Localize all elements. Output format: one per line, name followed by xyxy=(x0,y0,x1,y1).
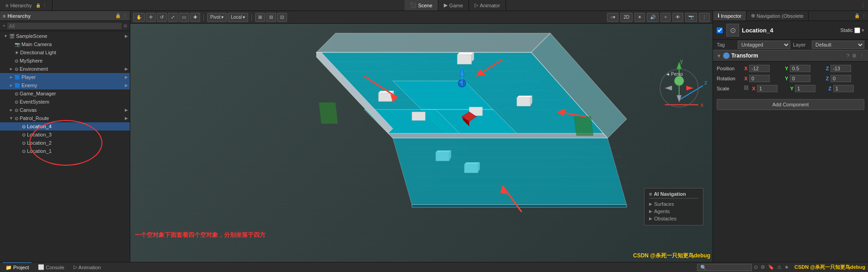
scene-more-icon[interactable]: ⋮ xyxy=(858,3,868,8)
snap-btn[interactable]: ⊟ xyxy=(266,13,276,22)
hierarchy-item-mysphere[interactable]: ⊙MySphere xyxy=(0,57,130,65)
hierarchy-item-arrow[interactable]: ▶ xyxy=(125,116,128,120)
2d-btn[interactable]: 2D xyxy=(620,13,633,22)
rotate-tool-btn[interactable]: ↺ xyxy=(157,13,167,22)
pos-z-label: Z xyxy=(825,66,830,71)
bottom-icon-2[interactable]: ⚙ xyxy=(761,264,765,270)
bottom-tab-project[interactable]: 📁 Project xyxy=(3,262,32,272)
hierarchy-options-btn[interactable]: ⋮ xyxy=(122,13,127,18)
inspector-lock-icon[interactable]: 🔒 xyxy=(854,13,860,18)
scale-z-input[interactable] xyxy=(833,85,854,92)
hierarchy-item-enemy[interactable]: ►🟦Enemy▶ xyxy=(0,81,130,89)
hierarchy-item-arrow[interactable]: ▶ xyxy=(125,75,128,79)
local-btn[interactable]: Local ▾ xyxy=(228,13,248,22)
pos-z-input[interactable] xyxy=(831,65,851,72)
hierarchy-search-input[interactable] xyxy=(7,23,122,29)
hierarchy-item-arrow[interactable]: ▶ xyxy=(125,83,128,88)
hierarchy-item-arrow[interactable]: ▶ xyxy=(125,67,128,71)
pos-y-input[interactable] xyxy=(790,65,810,72)
light-btn[interactable]: ☀ xyxy=(634,13,645,22)
rot-z-label: Z xyxy=(825,76,830,81)
hierarchy-item-canvas[interactable]: ►⊙Canvas▶ xyxy=(0,106,130,114)
fx-btn[interactable]: ✧ xyxy=(660,13,671,22)
expand-arrow-icon[interactable]: ► xyxy=(9,75,14,79)
component-help-icon[interactable]: ? xyxy=(847,53,849,59)
hierarchy-item-name: Patrol_Route xyxy=(20,115,125,121)
svg-marker-45 xyxy=(319,102,338,124)
camera-btn[interactable]: 📷 xyxy=(685,13,697,22)
ai-nav-surfaces[interactable]: ▶ Surfaces xyxy=(649,200,698,208)
pos-x-input[interactable] xyxy=(749,65,770,72)
expand-arrow-icon[interactable]: ► xyxy=(9,108,14,112)
tab-game[interactable]: ▶ Game xyxy=(438,0,469,10)
hierarchy-item-gamemanager[interactable]: ⊙Game_Manager xyxy=(0,89,130,98)
grid-btn[interactable]: ⊞ xyxy=(255,13,265,22)
layer-select[interactable]: Default xyxy=(812,41,864,49)
scale-tool-btn[interactable]: ⤢ xyxy=(168,13,178,22)
multi-tool-btn[interactable]: ✚ xyxy=(190,13,200,22)
rot-x-field: X xyxy=(744,75,783,82)
static-checkbox[interactable] xyxy=(854,27,860,33)
tab-scene[interactable]: ⬛ Scene xyxy=(405,0,438,10)
hierarchy-item-environment[interactable]: ►⊙Environment▶ xyxy=(0,65,130,73)
bottom-tab-animation[interactable]: ▷ Animation xyxy=(71,262,104,272)
ai-nav-agents[interactable]: ▶ Agents xyxy=(649,208,698,215)
hierarchy-item-player[interactable]: ►🟦Player▶ xyxy=(0,73,130,81)
pivot-btn[interactable]: Pivot ▾ xyxy=(207,13,227,22)
scene-viewport[interactable]: x y z ◄ Persp xyxy=(130,24,713,262)
inspector-more-icon[interactable]: ⋮ xyxy=(862,13,866,18)
hierarchy-item-patrolroute[interactable]: ▼⊙Patrol_Route▶ xyxy=(0,114,130,122)
expand-arrow-icon[interactable]: ► xyxy=(9,83,14,88)
search-btn[interactable]: ⊡ xyxy=(277,13,287,22)
ai-nav-obstacles[interactable]: ▶ Obstacles xyxy=(649,215,698,222)
hierarchy-item-location2[interactable]: ⊙Location_2 xyxy=(0,139,130,147)
tab-animator[interactable]: ▷ Animator xyxy=(469,0,506,10)
bottom-icon-3[interactable]: 🔖 xyxy=(768,264,774,270)
hand-tool-btn[interactable]: ✋ xyxy=(133,13,145,22)
component-settings-icon[interactable]: ⚙ xyxy=(852,53,857,59)
expand-arrow-icon[interactable]: ► xyxy=(9,67,14,71)
inspector-tab-inspector[interactable]: ℹ Inspector xyxy=(713,11,746,21)
bottom-icon-5[interactable]: ★ xyxy=(784,264,789,270)
rect-tool-btn[interactable]: ▭ xyxy=(179,13,189,22)
bottom-tab-console[interactable]: ⬜ Console xyxy=(35,262,67,272)
hierarchy-item-icon: ⊙ xyxy=(22,149,26,154)
hierarchy-search-btn[interactable]: ⊙ xyxy=(123,23,127,28)
hierarchy-item-arrow[interactable]: ▶ xyxy=(125,108,128,112)
add-component-button[interactable]: Add Component xyxy=(717,99,864,110)
audio-btn[interactable]: 🔊 xyxy=(647,13,659,22)
transform-component-header[interactable]: ▼ Transform ? ⚙ ⋮ xyxy=(713,50,868,62)
hierarchy-item-directionallight[interactable]: ☀Directional Light xyxy=(0,48,130,57)
bottom-search-input[interactable] xyxy=(697,264,752,271)
bottom-icon-4[interactable]: ⚠ xyxy=(777,264,782,270)
tab-hierarchy[interactable]: ≡ Hierarchy 🔒 ⋮ xyxy=(0,0,53,10)
hierarchy-item-location4[interactable]: ⊙Location_4 xyxy=(0,122,130,131)
scale-y-input[interactable] xyxy=(795,85,815,92)
rot-x-input[interactable] xyxy=(749,75,770,82)
expand-arrow-icon[interactable]: ▼ xyxy=(4,34,8,38)
hierarchy-item-maincamera[interactable]: 📷Main Camera xyxy=(0,40,130,48)
bottom-icon-1[interactable]: ⊙ xyxy=(754,264,758,270)
hierarchy-item-samplescene[interactable]: ▼🎬SampleScene▶ xyxy=(0,32,130,40)
more-btn[interactable]: ⋮ xyxy=(699,13,710,22)
hierarchy-item-location3[interactable]: ⊙Location_3 xyxy=(0,131,130,139)
expand-arrow-icon[interactable]: ▼ xyxy=(9,116,14,120)
hierarchy-item-eventsystem[interactable]: ⊙EventSystem xyxy=(0,98,130,106)
nav-icon: ⊕ xyxy=(751,13,755,19)
rot-y-input[interactable] xyxy=(790,75,810,82)
visibility-btn[interactable]: 👁 xyxy=(672,13,683,22)
static-dropdown-arrow[interactable]: ▾ xyxy=(862,27,864,33)
hierarchy-item-arrow[interactable]: ▶ xyxy=(125,34,128,38)
rot-z-input[interactable] xyxy=(831,75,851,82)
component-more-icon[interactable]: ⋮ xyxy=(859,53,864,59)
svg-marker-72 xyxy=(665,86,672,90)
tag-select[interactable]: Untagged xyxy=(738,41,790,49)
scale-x-input[interactable] xyxy=(757,85,777,92)
transform-fields: Position X Y Z xyxy=(713,62,868,95)
hierarchy-lock-btn[interactable]: 🔒 xyxy=(115,13,121,18)
move-tool-btn[interactable]: ✛ xyxy=(146,13,156,22)
gizmo-btn[interactable]: ○▾ xyxy=(607,13,618,22)
object-enable-checkbox[interactable] xyxy=(717,27,723,33)
hierarchy-item-location1[interactable]: ⊙Location_1 xyxy=(0,147,130,155)
inspector-tab-navigation[interactable]: ⊕ Navigation (Obsolete xyxy=(746,11,809,21)
